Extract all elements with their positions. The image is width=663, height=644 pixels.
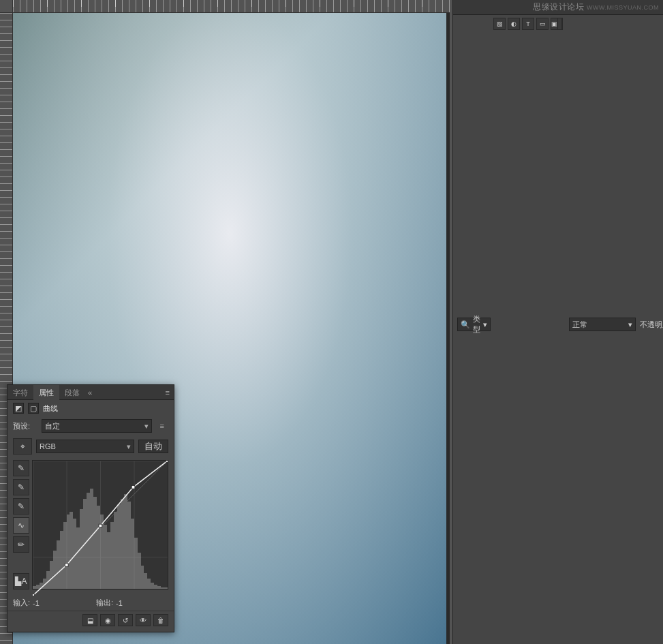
curves-io-row: 输入: -1 输出: -1 [7, 595, 174, 611]
filter-pixel-icon[interactable]: ▧ [493, 18, 506, 30]
chevron-down-icon: ▾ [144, 422, 149, 431]
svg-line-0 [33, 461, 168, 596]
curves-tool-column: ✎ ✎ ✎ ∿ ✏ ▙A [13, 460, 29, 589]
chevron-down-icon: ▾ [628, 320, 632, 329]
filter-shape-icon[interactable]: ▭ [536, 18, 549, 30]
preset-select[interactable]: 自定▾ [42, 419, 152, 433]
filter-smart-icon[interactable]: ▣ [551, 18, 563, 30]
svg-rect-4 [132, 485, 135, 489]
properties-footer: ⬓ ◉ ↺ 👁 🗑 [7, 611, 174, 632]
curves-icon: ◩ [13, 403, 24, 414]
eyedropper-black-icon[interactable]: ✎ [13, 460, 29, 476]
blend-opacity-row: 正常▾ 不透明度: 100% [565, 18, 663, 631]
curve-draw-tool-icon[interactable]: ✏ [13, 536, 29, 553]
tab-properties[interactable]: 属性 [33, 385, 59, 400]
tab-paragraph[interactable]: 段落 [59, 385, 85, 400]
curve-point-tool-icon[interactable]: ∿ [13, 517, 29, 534]
preset-row: 预设: 自定▾ ≡ [7, 416, 174, 435]
filter-kind-select[interactable]: 🔍 类型 ▾ [457, 318, 491, 331]
eyedropper-white-icon[interactable]: ✎ [13, 498, 29, 515]
auto-button[interactable]: 自动 [138, 440, 168, 453]
preset-label: 预设: [13, 421, 37, 431]
view-previous-icon[interactable]: ◉ [100, 614, 115, 626]
output-label: 输出: [96, 598, 113, 608]
toggle-visibility-icon[interactable]: 👁 [136, 614, 151, 626]
panel-collapse-icon[interactable]: « [85, 388, 95, 397]
svg-rect-2 [65, 564, 68, 567]
target-adjust-icon[interactable]: ⌖ [13, 438, 32, 455]
chevron-down-icon: ▾ [127, 442, 131, 451]
eyedropper-gray-icon[interactable]: ✎ [13, 479, 29, 495]
curves-graph[interactable] [32, 460, 168, 589]
watermark: 思缘设计论坛WWW.MISSYUAN.COM [533, 1, 659, 13]
channel-select[interactable]: RGB▾ [36, 440, 134, 453]
output-value[interactable]: -1 [116, 599, 123, 607]
properties-tabs: 字符 属性 段落 « ≡ [7, 385, 174, 400]
delete-icon[interactable]: 🗑 [153, 614, 168, 626]
properties-panel: 字符 属性 段落 « ≡ ◩ ▢ 曲线 预设: 自定▾ ≡ ⌖ RGB▾ 自动 … [7, 384, 174, 632]
properties-header: ◩ ▢ 曲线 [7, 400, 174, 416]
filter-toggle[interactable] [557, 18, 562, 30]
layers-filter-row: 🔍 类型 ▾ ▧ ◐ T ▭ ▣ 正常▾ 不透明度: 100% 锁定: ▧ ✎ … [453, 15, 663, 634]
svg-rect-3 [99, 524, 102, 527]
preset-menu-icon[interactable]: ≡ [156, 422, 168, 430]
mask-icon[interactable]: ▢ [28, 403, 39, 414]
layers-panel: 思缘设计论坛WWW.MISSYUAN.COM 🔍 类型 ▾ ▧ ◐ T ▭ ▣ … [452, 0, 663, 644]
layers-tabbar: 思缘设计论坛WWW.MISSYUAN.COM [453, 0, 663, 15]
svg-rect-5 [166, 461, 168, 462]
filter-adjustment-icon[interactable]: ◐ [508, 18, 520, 30]
opacity-label: 不透明度: [640, 320, 663, 330]
ruler-corner [0, 0, 13, 13]
panel-menu-icon[interactable]: ≡ [161, 388, 174, 397]
blend-mode-select[interactable]: 正常▾ [569, 318, 636, 331]
histogram-toggle-icon[interactable]: ▙A [13, 573, 29, 589]
properties-title: 曲线 [43, 403, 58, 414]
input-label: 输入: [13, 598, 30, 608]
filter-type-icon[interactable]: T [522, 18, 534, 30]
channel-row: ⌖ RGB▾ 自动 [7, 435, 174, 457]
chevron-down-icon: ▾ [483, 320, 487, 329]
input-value[interactable]: -1 [33, 599, 40, 607]
clip-to-layer-icon[interactable]: ⬓ [82, 614, 97, 626]
ruler-horizontal[interactable] [13, 0, 450, 13]
svg-rect-1 [33, 594, 34, 596]
reset-icon[interactable]: ↺ [118, 614, 133, 626]
search-icon: 🔍 [461, 320, 470, 329]
tab-character[interactable]: 字符 [7, 385, 33, 400]
